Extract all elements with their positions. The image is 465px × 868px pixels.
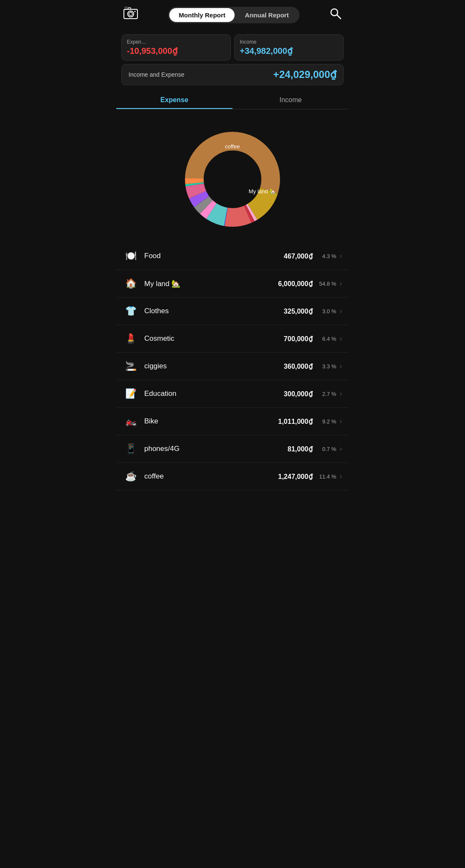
svg-point-24 xyxy=(204,151,261,207)
category-icon: 💄 xyxy=(123,331,138,346)
income-card: Income +34,982,000₫ xyxy=(234,34,344,61)
chevron-right-icon: › xyxy=(340,390,342,398)
svg-point-1 xyxy=(128,11,134,17)
category-percent: 0.7 % xyxy=(317,446,336,452)
category-icon: 🏍️ xyxy=(123,414,138,429)
svg-point-4 xyxy=(134,11,136,12)
category-icon: 📝 xyxy=(123,386,138,401)
expense-value: -10,953,000₫ xyxy=(127,46,225,56)
category-name: Clothes xyxy=(144,307,284,315)
income-value: +34,982,000₫ xyxy=(240,46,338,56)
svg-point-9 xyxy=(331,9,338,16)
summary-cards: Expen… -10,953,000₫ Income +34,982,000₫ xyxy=(116,30,349,61)
category-row[interactable]: 🏍️ Bike 1,011,000₫ 9.2 % › xyxy=(116,408,349,435)
category-amount: 300,000₫ xyxy=(284,390,313,398)
category-list: 🍽️ Food 467,000₫ 4.3 % › 🏠 My land 🏡 6,0… xyxy=(116,242,349,490)
income-tab[interactable]: Income xyxy=(232,92,349,109)
svg-rect-3 xyxy=(128,8,131,9)
category-icon: ☕ xyxy=(123,469,138,484)
category-icon: 🚬 xyxy=(123,359,138,374)
category-row[interactable]: 📝 Education 300,000₫ 2.7 % › xyxy=(116,380,349,408)
svg-point-6 xyxy=(126,7,127,8)
category-amount: 467,000₫ xyxy=(284,252,313,260)
chevron-right-icon: › xyxy=(340,445,342,453)
report-tab-switch[interactable]: Monthly Report Annual Report xyxy=(168,7,299,23)
category-percent: 3.0 % xyxy=(317,308,336,314)
category-row[interactable]: 👕 Clothes 325,000₫ 3.0 % › xyxy=(116,298,349,325)
category-percent: 2.7 % xyxy=(317,391,336,397)
camera-icon xyxy=(123,6,138,24)
category-icon: 👕 xyxy=(123,303,138,319)
donut-chart: coffee My land 🏡 xyxy=(177,118,288,236)
category-row[interactable]: 💄 Cosmetic 700,000₫ 6.4 % › xyxy=(116,325,349,353)
income-label: Income xyxy=(240,39,338,45)
category-amount: 325,000₫ xyxy=(284,307,313,315)
chevron-right-icon: › xyxy=(340,335,342,342)
category-row[interactable]: 🍽️ Food 467,000₫ 4.3 % › xyxy=(116,242,349,270)
category-amount: 1,247,000₫ xyxy=(278,473,312,481)
category-amount: 6,000,000₫ xyxy=(278,280,312,288)
expense-label: Expen… xyxy=(127,39,225,45)
category-name: Food xyxy=(144,252,284,260)
category-percent: 3.3 % xyxy=(317,363,336,370)
category-name: Bike xyxy=(144,417,278,426)
category-icon: 🏠 xyxy=(123,276,138,291)
svg-point-8 xyxy=(126,8,127,9)
expense-tab[interactable]: Expense xyxy=(116,92,232,109)
category-icon: 🍽️ xyxy=(123,248,138,264)
category-percent: 9.2 % xyxy=(317,418,336,425)
category-amount: 360,000₫ xyxy=(284,362,313,370)
monthly-report-tab[interactable]: Monthly Report xyxy=(169,8,235,22)
category-amount: 700,000₫ xyxy=(284,335,313,343)
net-value: +24,029,000₫ xyxy=(273,69,336,81)
category-name: Education xyxy=(144,389,284,398)
svg-text:coffee: coffee xyxy=(225,143,240,150)
category-percent: 11.4 % xyxy=(317,473,336,480)
category-name: Cosmetic xyxy=(144,334,284,343)
category-name: coffee xyxy=(144,472,278,481)
category-row[interactable]: ☕ coffee 1,247,000₫ 11.4 % › xyxy=(116,463,349,490)
segment-tabs: Expense Income xyxy=(116,92,349,109)
svg-line-10 xyxy=(337,15,341,19)
search-icon[interactable] xyxy=(329,7,342,23)
chevron-right-icon: › xyxy=(340,473,342,480)
category-name: ciggies xyxy=(144,362,284,370)
category-icon: 📱 xyxy=(123,441,138,456)
expense-card: Expen… -10,953,000₫ xyxy=(121,34,231,61)
chevron-right-icon: › xyxy=(340,307,342,315)
header: Monthly Report Annual Report xyxy=(116,0,349,30)
net-card: Income and Expense +24,029,000₫ xyxy=(121,64,344,85)
chevron-right-icon: › xyxy=(340,280,342,287)
category-amount: 1,011,000₫ xyxy=(278,417,312,426)
svg-point-5 xyxy=(125,7,126,8)
category-name: My land 🏡 xyxy=(144,279,278,288)
category-percent: 6.4 % xyxy=(317,336,336,342)
annual-report-tab[interactable]: Annual Report xyxy=(235,8,298,22)
category-row[interactable]: 🏠 My land 🏡 6,000,000₫ 54.8 % › xyxy=(116,270,349,298)
category-percent: 54.8 % xyxy=(317,281,336,287)
category-row[interactable]: 📱 phones/4G 81,000₫ 0.7 % › xyxy=(116,435,349,463)
svg-point-7 xyxy=(125,8,126,9)
svg-text:My land 🏡: My land 🏡 xyxy=(249,188,277,195)
chevron-right-icon: › xyxy=(340,252,342,260)
svg-point-2 xyxy=(129,12,132,16)
chart-area: coffee My land 🏡 xyxy=(116,109,349,241)
net-label: Income and Expense xyxy=(129,71,185,78)
category-percent: 4.3 % xyxy=(317,253,336,259)
chevron-right-icon: › xyxy=(340,417,342,425)
category-amount: 81,000₫ xyxy=(288,445,313,453)
category-name: phones/4G xyxy=(144,445,288,453)
chevron-right-icon: › xyxy=(340,362,342,370)
category-row[interactable]: 🚬 ciggies 360,000₫ 3.3 % › xyxy=(116,353,349,380)
